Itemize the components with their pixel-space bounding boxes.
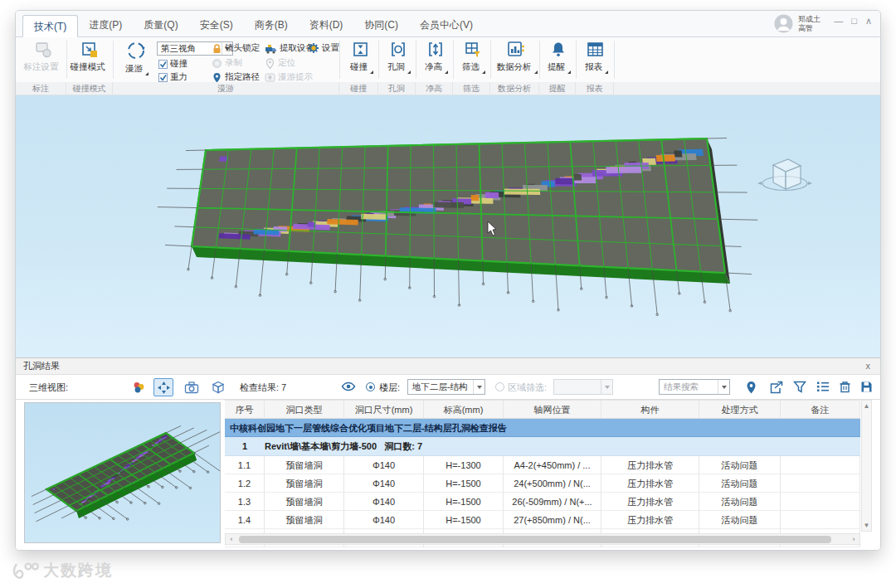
table-header-row: 序号 洞口类型 洞口尺寸(mm) 标高(mm) 轴网位置 构件 处理方式 备注: [225, 401, 860, 419]
fit-view-button[interactable]: [153, 378, 173, 396]
data-analysis-button[interactable]: 数据分析: [492, 40, 540, 80]
hole-results-panel: 孔洞结果 x 三维视图:: [16, 357, 880, 550]
floor-value: 地下二层-结构: [412, 381, 468, 393]
tab-collaboration[interactable]: 协同(C): [353, 14, 409, 36]
export-share-button[interactable]: [769, 381, 784, 394]
clear-results-button[interactable]: [839, 381, 854, 394]
list-view-button[interactable]: [816, 381, 831, 394]
scroll-right-arrow: ›: [848, 534, 859, 544]
dropdown-arrow-icon: [473, 380, 485, 394]
group-label-collision: 碰撞: [339, 82, 378, 95]
col-header[interactable]: 洞口尺寸(mm): [344, 401, 424, 419]
user-info[interactable]: 郑成土 高管: [774, 14, 821, 33]
3d-viewport[interactable]: [16, 95, 880, 357]
region-filter-label: 区域筛选:: [508, 381, 547, 394]
clearance-icon: [426, 40, 446, 60]
group-label-clearance: 净高: [416, 82, 453, 95]
group-label-hole: 孔洞: [378, 82, 416, 95]
group-label-reminder: 提醒: [539, 82, 576, 95]
hole-icon: [388, 40, 408, 60]
color-display-button[interactable]: [129, 378, 149, 396]
collision-button[interactable]: 碰撞: [343, 40, 379, 80]
table-row[interactable]: 1.3预留墙洞Φ140H=-150026(-509mm) / N(+...压力排…: [225, 493, 860, 511]
clear-box-icon: [839, 381, 851, 393]
tab-document[interactable]: 资料(D): [299, 14, 354, 36]
watermark: 大数跨境: [12, 560, 113, 581]
floor-radio[interactable]: [366, 382, 375, 391]
vertical-scrollbar[interactable]: ▲ ▼: [861, 400, 872, 532]
report-table-icon: [586, 40, 606, 60]
cube-view-button[interactable]: [208, 378, 228, 396]
eye-icon: [341, 381, 356, 392]
col-header[interactable]: 洞口类型: [265, 401, 344, 419]
tab-technology[interactable]: 技术(T): [22, 15, 78, 37]
col-header[interactable]: 标高(mm): [424, 401, 504, 419]
col-header[interactable]: 备注: [781, 401, 860, 419]
floor-dropdown[interactable]: 地下二层-结构: [407, 379, 485, 395]
roam-button[interactable]: 漫游: [119, 40, 153, 80]
thumbnail-3d-view[interactable]: [24, 402, 221, 543]
col-header[interactable]: 处理方式: [699, 401, 781, 419]
desktop: 技术(T) 进度(P) 质量(Q) 安全(S) 商务(B) 资料(D) 协同(C…: [0, 0, 896, 588]
dropdown-arrow-icon: [601, 380, 612, 394]
group-name: Revit\墙\基本墙\剪力墙-500 洞口数: 7: [265, 437, 860, 456]
clearance-button[interactable]: 净高: [417, 40, 454, 80]
group-label-annotation: 标注: [16, 82, 66, 95]
view-mode-value: 第三视角: [161, 43, 196, 55]
table-row[interactable]: 1.1预留墙洞Φ140H=-1300A4-2(+450mm) / ...压力排水…: [225, 456, 860, 474]
settings-button[interactable]: 设置: [308, 42, 339, 54]
tab-quality[interactable]: 质量(Q): [133, 14, 188, 36]
roam-tip-button: 漫游提示: [265, 71, 313, 83]
visibility-eye-button[interactable]: [341, 381, 356, 394]
device-icon: [265, 43, 277, 54]
tab-safety[interactable]: 安全(S): [189, 14, 244, 36]
camera-icon: [184, 381, 199, 394]
report-title-row[interactable]: 中核科创园地下一层管线综合优化项目地下二层-结构层孔洞检查报告: [225, 419, 860, 437]
annotation-settings-icon: [33, 40, 53, 60]
group-row[interactable]: 1 Revit\墙\基本墙\剪力墙-500 洞口数: 7: [225, 437, 860, 456]
group-index: 1: [225, 437, 265, 456]
dashukuajing-logo-icon: [12, 561, 40, 581]
locate-result-button[interactable]: [746, 381, 761, 394]
bell-icon: [548, 40, 568, 60]
extract-device-button[interactable]: 提取设备: [265, 42, 314, 54]
tab-member-center[interactable]: 会员中心(V): [409, 14, 484, 36]
result-search-combobox[interactable]: 结果搜索: [659, 379, 730, 395]
panel-close-button[interactable]: x: [866, 358, 871, 374]
reminder-button[interactable]: 提醒: [541, 40, 576, 80]
col-header[interactable]: 构件: [601, 401, 699, 419]
collapse-ribbon-button[interactable]: ∧: [865, 16, 872, 27]
collision-mode-button[interactable]: 碰撞模式: [69, 40, 110, 80]
filter-button[interactable]: 筛选: [455, 40, 491, 80]
tab-progress[interactable]: 进度(P): [78, 14, 133, 36]
group-label-data-analysis: 数据分析: [490, 82, 539, 95]
table-row[interactable]: 1.4预留墙洞Φ140H=-150027(+850mm) / N(...压力排水…: [225, 511, 860, 529]
report-button[interactable]: 报表: [577, 40, 614, 80]
region-filter-radio[interactable]: [495, 382, 504, 391]
funnel-icon: [793, 381, 806, 393]
list-icon: [816, 381, 830, 392]
ribbon-group-strip: 标注 碰撞模式 漫游 碰撞 孔洞 净高 筛选 数据分析 提醒 报表: [16, 82, 880, 95]
palette-icon: [132, 381, 145, 394]
panel-title: 孔洞结果: [23, 361, 60, 371]
maximize-button[interactable]: □: [851, 16, 857, 27]
col-header[interactable]: 轴网位置: [504, 401, 601, 419]
camera-lock-button[interactable]: 镜头锁定: [212, 42, 260, 54]
locate-pin-icon: [265, 58, 275, 69]
horizontal-scrollbar[interactable]: ‹ ›: [225, 533, 860, 545]
roam-collision-checkbox[interactable]: 碰撞: [158, 58, 187, 70]
col-header[interactable]: 序号: [225, 401, 265, 419]
camera-view-button[interactable]: [182, 378, 202, 396]
panel-header: 孔洞结果 x: [16, 358, 880, 375]
scrollbar-thumb[interactable]: [239, 536, 831, 543]
minimize-button[interactable]: —: [834, 16, 843, 27]
fit-view-icon: [158, 381, 170, 394]
save-report-button[interactable]: [860, 381, 875, 394]
hole-button[interactable]: 孔洞: [380, 40, 416, 80]
tab-business[interactable]: 商务(B): [244, 14, 299, 36]
specify-path-button[interactable]: 指定路径: [212, 71, 260, 83]
filter-results-button[interactable]: [793, 381, 808, 394]
search-placeholder: 结果搜索: [664, 381, 699, 393]
table-row[interactable]: 1.2预留墙洞Φ140H=-150024(+500mm) / N(...压力排水…: [225, 474, 860, 493]
roam-gravity-checkbox[interactable]: 重力: [158, 71, 187, 83]
